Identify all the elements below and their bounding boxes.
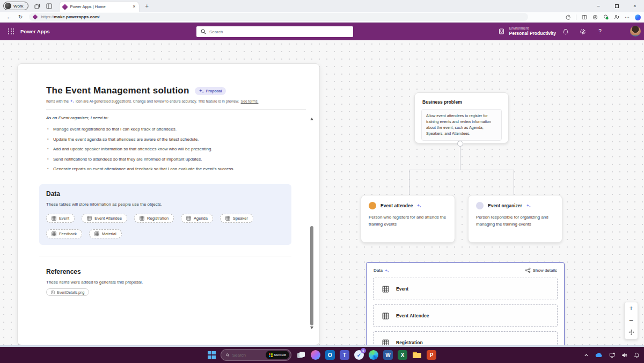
window-close-button[interactable] (626, 3, 644, 9)
reference-file-pill[interactable]: EventDetails.png (46, 288, 89, 296)
new-tab-button[interactable] (145, 3, 149, 9)
scroll-up-icon[interactable] (310, 118, 313, 120)
business-problem-card[interactable]: Business problem Allow event attendees t… (414, 92, 509, 143)
data-section: Data These tables will store information… (39, 184, 291, 245)
table-pill[interactable]: Registration (134, 214, 174, 223)
flow-icon (525, 267, 531, 273)
data-table-row[interactable]: Event (373, 278, 558, 300)
table-icon (225, 216, 230, 221)
connector-line (409, 170, 409, 195)
help-icon[interactable] (594, 23, 606, 40)
user-avatar[interactable] (630, 26, 641, 37)
settings-gear-icon[interactable] (576, 23, 589, 40)
browser-tab-power-apps[interactable]: Power Apps | Home (60, 2, 139, 12)
tray-bell-icon[interactable] (634, 352, 640, 358)
start-button-icon[interactable] (208, 351, 216, 359)
role-card[interactable]: Event attendee Person who registers for … (361, 195, 455, 243)
file-explorer-icon[interactable] (412, 350, 422, 360)
data-table-list: Event Event Attendee Registration (367, 277, 564, 345)
window-minimize-button[interactable] (589, 3, 608, 9)
scrollbar-thumb[interactable] (310, 226, 313, 325)
teams-icon[interactable]: T (340, 350, 349, 360)
header-search-input[interactable] (209, 30, 338, 34)
screen: Work Power Apps | Home https://make.powe… (0, 0, 644, 363)
copilot-icon[interactable] (635, 14, 641, 20)
environment-picker[interactable]: Environment Personal Productivity (498, 23, 556, 40)
table-icon (140, 216, 144, 221)
extensions-icon[interactable] (592, 14, 598, 20)
table-pill[interactable]: Material (89, 229, 122, 238)
header-search-box[interactable] (196, 26, 353, 37)
table-pill[interactable]: Agenda (181, 214, 213, 223)
business-problem-title: Business problem (422, 99, 508, 105)
user-story-list: Manage event registrations so that I can… (46, 127, 291, 171)
user-story-item: Manage event registrations so that I can… (46, 127, 291, 132)
tray-chevron-icon[interactable] (584, 353, 589, 358)
microsoft-badge: Microsoft (266, 351, 289, 359)
onedrive-icon[interactable] (595, 352, 603, 358)
refresh-icon[interactable] (18, 14, 23, 20)
sparkle-pen-icon (199, 89, 204, 93)
proposal-panel: The Event Management solution Proposal I… (17, 63, 320, 345)
zoom-in-button[interactable] (629, 305, 633, 311)
vertical-tabs-icon[interactable] (46, 3, 52, 9)
divider (39, 257, 291, 257)
powerpoint-icon[interactable]: P (427, 350, 436, 360)
role-card[interactable]: Event organizer Person responsible for o… (468, 195, 562, 243)
app-launcher-icon[interactable] (5, 26, 17, 38)
data-table-row[interactable]: Registration (373, 331, 558, 345)
window-controls (589, 0, 644, 12)
tab-close-icon[interactable] (133, 4, 135, 9)
show-details-button[interactable]: Show details (525, 267, 557, 273)
copilot-app-icon[interactable] (311, 350, 320, 360)
notifications-bell-icon[interactable] (559, 23, 572, 40)
url-field[interactable]: https://make.powerapps.com/ (29, 13, 528, 21)
taskbar-search-box[interactable]: Microsoft (221, 349, 291, 361)
browser-essentials-icon[interactable] (565, 14, 571, 20)
excel-icon[interactable]: X (398, 350, 407, 360)
scroll-down-icon[interactable] (310, 326, 313, 329)
connector-dot[interactable] (457, 141, 463, 147)
more-options-icon[interactable] (624, 14, 630, 20)
see-terms-link[interactable]: See terms. (241, 99, 259, 103)
profile-sync-icon[interactable] (613, 14, 619, 20)
url-text: https://make.powerapps.com/ (41, 14, 100, 19)
todo-icon[interactable]: ✓9 (354, 350, 364, 360)
image-file-icon (51, 291, 55, 294)
table-pill[interactable]: Event (46, 214, 75, 223)
role-avatar-icon (476, 202, 484, 209)
microsoft-logo-icon (269, 353, 273, 357)
display-icon[interactable] (609, 352, 615, 358)
workspaces-icon[interactable] (34, 3, 40, 9)
table-pill[interactable]: Feedback (46, 229, 82, 238)
environment-name: Personal Productivity (509, 31, 556, 37)
outlook-icon[interactable]: O (325, 350, 335, 360)
table-pill[interactable]: Speaker (220, 214, 253, 223)
canvas-zoom-controls (624, 302, 638, 339)
taskbar-search-input[interactable] (232, 353, 266, 358)
browser-tab-strip: Work Power Apps | Home (0, 0, 644, 12)
window-restore-button[interactable] (608, 4, 626, 8)
canvas-data-panel[interactable]: Data Show details Event Event Attendee (366, 262, 565, 345)
word-icon[interactable]: W (383, 350, 393, 360)
document-scrollbar[interactable] (309, 118, 314, 329)
table-pill[interactable]: Event Attendee (82, 214, 127, 223)
edge-icon[interactable] (369, 350, 378, 360)
app-name[interactable]: Power Apps (20, 28, 50, 34)
browser-profile-button[interactable]: Work (3, 2, 28, 10)
table-icon (94, 231, 99, 236)
data-table-row[interactable]: Event Attendee (373, 304, 558, 327)
split-screen-icon[interactable] (581, 14, 587, 20)
volume-icon[interactable] (621, 352, 627, 358)
task-view-icon[interactable] (296, 350, 306, 360)
security-icon[interactable] (603, 14, 609, 20)
environment-label: Environment (509, 26, 556, 31)
zoom-out-button[interactable] (630, 317, 633, 323)
pan-icon[interactable] (628, 329, 634, 336)
role-name: Event attendee (380, 203, 413, 208)
sparkle-icon (70, 99, 74, 103)
user-story-item: Generate reports on event attendance and… (46, 166, 291, 171)
table-icon (52, 231, 56, 236)
back-icon[interactable] (6, 14, 12, 20)
proposal-scroll-area: As an Event organizer, I need to: Manage… (39, 111, 291, 334)
